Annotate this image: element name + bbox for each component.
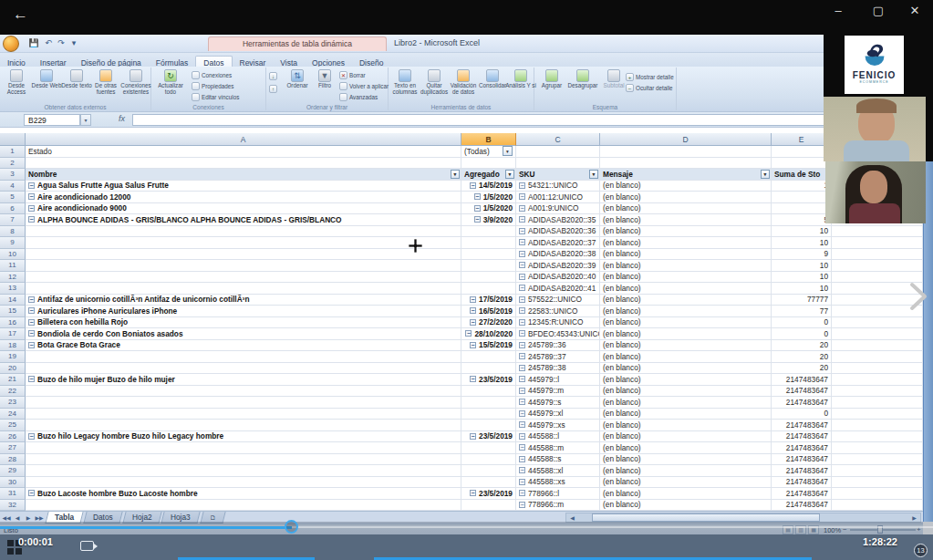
cell[interactable] [832, 237, 923, 249]
cell[interactable]: (en blanco) [600, 500, 772, 512]
subtotal-button[interactable]: Subtotal [598, 69, 629, 89]
next-item-icon[interactable] [907, 281, 930, 312]
cell[interactable] [26, 226, 461, 238]
cell[interactable]: −ADIDASAB2020::35 [516, 214, 600, 226]
collapse-icon[interactable]: − [519, 479, 525, 485]
column-header-A[interactable]: A [26, 133, 461, 146]
cell[interactable]: −1/5/2020 [461, 203, 516, 215]
collapse-icon[interactable]: − [519, 239, 525, 245]
cell[interactable]: 0 [772, 409, 832, 420]
cell[interactable] [832, 488, 923, 500]
cell[interactable]: 10 [772, 272, 832, 284]
cell[interactable]: (en blanco) [600, 226, 772, 238]
collapse-icon[interactable]: − [28, 193, 35, 200]
cell[interactable]: 2147483647 [772, 500, 832, 512]
cell[interactable]: (en blanco) [600, 454, 772, 466]
cell[interactable]: 10 [772, 226, 832, 238]
cell[interactable]: −Buzo hilo Legacy hombre Buzo hilo Legac… [26, 431, 461, 443]
cell[interactable]: (en blanco) [600, 317, 772, 329]
cell[interactable]: −ADIDASAB2020::36 [516, 226, 600, 238]
collapse-icon[interactable]: − [28, 296, 35, 303]
collapse-icon[interactable]: − [519, 490, 525, 496]
collapse-icon[interactable]: − [28, 205, 35, 212]
cell[interactable]: 0 [772, 317, 832, 329]
cell[interactable] [461, 386, 516, 398]
desagrupar-button[interactable]: Desagrupar [567, 69, 598, 89]
collapse-icon[interactable]: − [519, 262, 525, 268]
cell[interactable]: 77 [772, 306, 832, 317]
collapse-icon[interactable]: − [474, 216, 481, 223]
collapse-icon[interactable]: − [519, 502, 525, 508]
collapse-icon[interactable]: − [519, 330, 525, 337]
cell[interactable] [461, 363, 516, 375]
row-header[interactable]: 28 [0, 454, 26, 466]
cell[interactable]: −445588::xs [516, 477, 600, 489]
collapse-icon[interactable]: − [519, 467, 525, 473]
cell[interactable]: −445588::s [516, 454, 600, 466]
cell[interactable]: (en blanco) [600, 249, 772, 261]
collapse-icon[interactable]: − [470, 296, 476, 303]
notification-badge[interactable]: 13 [914, 544, 928, 557]
cell[interactable]: −445979::xl [516, 409, 600, 420]
cell[interactable]: −245789::36 [516, 340, 600, 352]
cell[interactable]: −Bota Grace Bota Grace [26, 340, 461, 352]
collapse-icon[interactable]: − [28, 216, 35, 223]
redo-button[interactable]: ↷ [55, 37, 67, 49]
save-button[interactable]: 💾 [27, 37, 40, 49]
cell[interactable]: −28/10/2020 [461, 328, 516, 340]
cell[interactable]: 20 [772, 363, 832, 375]
collapse-icon[interactable]: − [519, 193, 525, 200]
name-box-dropdown-icon[interactable]: ▾ [80, 114, 91, 126]
collapse-icon[interactable]: − [519, 410, 525, 417]
cell[interactable]: 77777 [772, 295, 832, 306]
cell[interactable]: −ADIDASAB2020::37 [516, 237, 600, 249]
cell[interactable]: (en blanco) [600, 397, 772, 409]
row-header[interactable]: 6 [0, 203, 26, 215]
back-icon[interactable]: ← [13, 5, 28, 24]
cell[interactable]: 0 [772, 328, 832, 340]
cell[interactable]: −22583::UNICO [516, 306, 600, 317]
collapse-icon[interactable]: − [519, 182, 525, 189]
cell[interactable]: −BFDEO:45343:UNICO [516, 328, 600, 340]
row-header[interactable]: 22 [0, 386, 26, 398]
cell[interactable] [26, 454, 461, 466]
cell[interactable] [832, 328, 923, 340]
name-box[interactable]: B229 [24, 114, 80, 126]
cell[interactable]: (en blanco) [600, 214, 772, 226]
cell[interactable] [600, 158, 772, 170]
collapse-icon[interactable]: − [470, 182, 476, 189]
cell[interactable]: (en blanco) [600, 374, 772, 386]
cell[interactable]: (en blanco) [600, 363, 772, 375]
cell[interactable] [461, 409, 516, 420]
cell[interactable]: −54321::UNICO [516, 181, 600, 192]
cell[interactable]: (Todas)▾ [461, 146, 516, 158]
cell[interactable] [832, 351, 923, 363]
desde-web-button[interactable]: Desde Web [31, 69, 62, 89]
cell[interactable]: −1/5/2020 [461, 192, 516, 203]
cell[interactable] [26, 420, 461, 431]
cell[interactable] [461, 260, 516, 272]
analisis-y-si-button[interactable]: Análisis Y si [505, 69, 536, 89]
minimize-button[interactable]: – [826, 4, 850, 17]
collapse-icon[interactable]: − [519, 376, 525, 382]
cell[interactable] [26, 237, 461, 249]
cell[interactable]: −445588::xl [516, 465, 600, 477]
cell[interactable]: 2147483647 [772, 454, 832, 466]
cell[interactable] [26, 477, 461, 489]
cell[interactable]: −12345:R:UNICO [516, 317, 600, 329]
collapse-icon[interactable]: − [28, 319, 35, 326]
cell[interactable] [461, 237, 516, 249]
row-header[interactable]: 18 [0, 340, 26, 352]
cell[interactable]: 10 [772, 283, 832, 295]
cell[interactable]: 2147483647 [772, 397, 832, 409]
cell[interactable]: 2147483647 [772, 431, 832, 443]
scrollbar-thumb[interactable] [592, 513, 820, 522]
cell[interactable]: (en blanco) [600, 283, 772, 295]
quitar-duplicados-button[interactable]: Quitar duplicados [419, 69, 450, 95]
cell[interactable]: (en blanco) [600, 272, 772, 284]
collapse-icon[interactable]: − [519, 444, 525, 451]
row-header[interactable]: 1 [0, 146, 26, 158]
collapse-icon[interactable]: − [519, 456, 525, 462]
collapse-icon[interactable]: − [470, 490, 476, 496]
cell[interactable] [461, 272, 516, 284]
